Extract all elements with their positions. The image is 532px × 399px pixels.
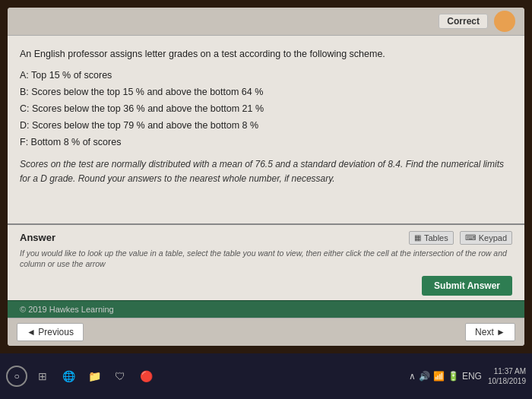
correct-badge: Correct	[439, 14, 488, 29]
start-button[interactable]: ○	[6, 366, 27, 387]
copyright-text: © 2019 Hawkes Learning	[20, 305, 114, 314]
shield-icon: 🛡	[115, 370, 125, 382]
taskbar-time-display: 11:37 AM 10/18/2019	[488, 366, 526, 386]
answer-header: Answer ▦ Tables ⌨ Keypad	[20, 231, 512, 245]
chevron-icon: ∧	[409, 371, 416, 382]
taskbar-icon-search[interactable]: ⊞	[32, 366, 53, 387]
taskbar-icon-files[interactable]: 📁	[84, 366, 105, 387]
content-area: An English professor assigns letter grad…	[8, 36, 524, 223]
browser-icon: 🌐	[62, 370, 75, 382]
taskbar-icon-shield[interactable]: 🛡	[109, 366, 131, 387]
nav-bar: ◄ Previous Next ►	[8, 318, 524, 346]
taskbar-right: ∧ 🔊 📶 🔋 ENG 11:37 AM 10/18/2019	[409, 366, 526, 386]
files-icon: 📁	[88, 370, 101, 382]
grade-b: B: Scores below the top 15 % and above t…	[20, 84, 512, 100]
question-intro: An English professor assigns letter grad…	[20, 46, 512, 62]
speaker-icon: 🔊	[419, 371, 430, 382]
answer-tools: ▦ Tables ⌨ Keypad	[409, 231, 512, 245]
time-label: 11:37 AM	[488, 366, 526, 376]
main-screen: Correct An English professor assigns let…	[8, 8, 524, 346]
footer-bar: © 2019 Hawkes Learning	[8, 300, 524, 318]
question-text: An English professor assigns letter grad…	[20, 46, 512, 217]
grade-a: A: Top 15 % of scores	[20, 68, 512, 83]
taskbar-icon-app[interactable]: 🔴	[135, 366, 157, 387]
sys-icons: ∧ 🔊 📶 🔋 ENG	[409, 371, 482, 382]
keypad-label: Keypad	[479, 233, 507, 242]
grade-f: F: Bottom 8 % of scores	[20, 135, 512, 150]
date-label: 10/18/2019	[488, 376, 526, 386]
top-bar: Correct	[8, 8, 524, 36]
tables-button[interactable]: ▦ Tables	[409, 231, 454, 245]
grade-d: D: Scores below the top 79 % and above t…	[20, 118, 512, 133]
keypad-button[interactable]: ⌨ Keypad	[460, 231, 512, 245]
tables-label: Tables	[424, 233, 448, 242]
submit-row: Submit Answer	[20, 276, 512, 296]
network-icon: 📶	[433, 371, 445, 382]
start-icon: ○	[14, 371, 19, 382]
previous-button[interactable]: ◄ Previous	[17, 323, 84, 341]
next-button[interactable]: Next ►	[465, 323, 515, 341]
keypad-icon: ⌨	[465, 233, 476, 242]
answer-label: Answer	[20, 232, 55, 243]
battery-icon: 🔋	[448, 371, 459, 382]
grade-c: C: Scores below the top 36 % and above t…	[20, 101, 512, 116]
taskbar-icon-browser[interactable]: 🌐	[58, 366, 79, 387]
question-scenario: Scores on the test are normally distribu…	[20, 157, 512, 186]
taskbar-icons: ○ ⊞ 🌐 📁 🛡 🔴	[6, 366, 406, 387]
user-avatar	[494, 11, 515, 32]
search-icon: ⊞	[38, 370, 47, 382]
answer-instruction: If you would like to look up the value i…	[20, 248, 512, 270]
lang-icon: ENG	[462, 371, 482, 382]
answer-section: Answer ▦ Tables ⌨ Keypad If you would li…	[8, 223, 524, 300]
taskbar: ○ ⊞ 🌐 📁 🛡 🔴 ∧ 🔊 📶 🔋 ENG 11:37 AM 10/18/2…	[0, 353, 532, 399]
submit-button[interactable]: Submit Answer	[422, 276, 512, 296]
app-icon: 🔴	[140, 370, 153, 382]
tables-icon: ▦	[414, 233, 421, 242]
correct-label: Correct	[447, 16, 480, 27]
